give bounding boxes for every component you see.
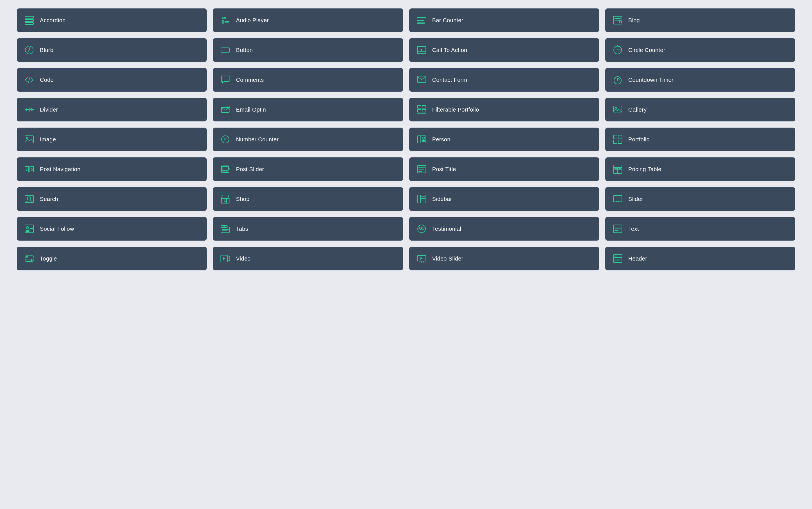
svg-rect-14 (619, 21, 622, 23)
widget-button-call-to-action[interactable]: Call To Action (409, 38, 599, 62)
widget-button-divider[interactable]: Divider (17, 98, 207, 122)
shop-icon (220, 193, 231, 205)
widget-button-blurb[interactable]: Blurb (17, 38, 207, 62)
widget-label-blog: Blog (628, 17, 640, 24)
svg-rect-35 (417, 109, 421, 112)
circle-counter-icon: 75% (612, 44, 623, 56)
widget-button-filterable-portfolio[interactable]: Filterable Portfolio (409, 98, 599, 122)
svg-point-16 (29, 47, 30, 48)
widget-button-sidebar[interactable]: Sidebar (409, 187, 599, 211)
audio-player-icon (220, 14, 231, 26)
svg-rect-40 (25, 136, 33, 143)
widget-button-bar-counter[interactable]: Bar Counter (409, 8, 599, 32)
svg-rect-81 (614, 196, 622, 202)
header-icon (612, 253, 623, 264)
widget-button-gallery[interactable]: Gallery (605, 98, 795, 122)
widget-label-divider: Divider (40, 106, 58, 113)
widget-label-toggle: Toggle (40, 256, 57, 262)
widget-label-number-counter: Number Counter (236, 136, 279, 143)
widget-button-header[interactable]: Header (605, 247, 795, 270)
widget-button-search[interactable]: Search (17, 187, 207, 211)
accordion-icon (24, 14, 35, 26)
widget-button-pricing-table[interactable]: Pricing Table (605, 158, 795, 181)
svg-point-111 (421, 261, 422, 263)
widget-button-accordion[interactable]: Accordion (17, 8, 207, 32)
svg-rect-54 (30, 166, 33, 172)
widget-label-portfolio: Portfolio (628, 136, 650, 143)
widget-label-slider: Slider (628, 196, 643, 202)
comments-icon (220, 74, 231, 86)
blog-icon (612, 14, 623, 26)
widget-label-countdown-timer: Countdown Timer (628, 77, 673, 83)
svg-rect-76 (417, 195, 426, 203)
widget-button-circle-counter[interactable]: 75%Circle Counter (605, 38, 795, 62)
widget-button-post-slider[interactable]: Post Slider (213, 158, 403, 181)
svg-rect-36 (422, 109, 426, 112)
svg-line-23 (28, 77, 30, 82)
svg-point-112 (423, 261, 424, 263)
widget-label-post-title: Post Title (432, 166, 456, 173)
widget-label-post-navigation: Post Navigation (40, 166, 81, 173)
widget-label-circle-counter: Circle Counter (628, 47, 665, 54)
widget-button-image[interactable]: Image (17, 128, 207, 151)
widget-button-shop[interactable]: Shop (213, 187, 403, 211)
widget-label-email-optin: Email Optin (236, 106, 266, 113)
svg-rect-2 (25, 23, 33, 25)
widget-label-call-to-action: Call To Action (432, 47, 467, 54)
sidebar-icon (416, 193, 427, 205)
widget-button-toggle[interactable]: Toggle (17, 247, 207, 270)
contact-form-icon (416, 74, 427, 86)
svg-rect-72 (221, 198, 229, 203)
widget-button-portfolio[interactable]: Portfolio (605, 128, 795, 151)
widget-button-slider[interactable]: Slider (605, 187, 795, 211)
svg-point-107 (31, 260, 32, 261)
svg-text:#: # (224, 138, 226, 142)
widget-label-search: Search (40, 196, 58, 202)
widget-button-email-optin[interactable]: Email Optin (213, 98, 403, 122)
widget-grid: AccordionAudio PlayerBar CounterBlogBlur… (17, 8, 795, 270)
widget-label-image: Image (40, 136, 56, 143)
widget-button-social-follow[interactable]: Social Follow (17, 217, 207, 241)
widget-button-button[interactable]: Button (213, 38, 403, 62)
number-counter-icon: # (220, 134, 231, 145)
widget-label-bar-counter: Bar Counter (432, 17, 464, 24)
widget-button-tabs[interactable]: Tabs (213, 217, 403, 241)
widget-button-code[interactable]: Code (17, 68, 207, 92)
widget-button-testimonial[interactable]: Testimonial (409, 217, 599, 241)
widget-button-audio-player[interactable]: Audio Player (213, 8, 403, 32)
slider-icon (612, 193, 623, 205)
svg-rect-17 (221, 48, 229, 52)
widget-label-comments: Comments (236, 77, 264, 83)
svg-rect-56 (222, 166, 228, 170)
widget-button-video-slider[interactable]: Video Slider (409, 247, 599, 270)
widget-button-comments[interactable]: Comments (213, 68, 403, 92)
widget-label-text: Text (628, 226, 639, 232)
widget-label-testimonial: Testimonial (432, 226, 461, 232)
widget-button-text[interactable]: Text (605, 217, 795, 241)
widget-button-person[interactable]: Person (409, 128, 599, 151)
person-icon (416, 134, 427, 145)
widget-label-shop: Shop (236, 196, 249, 202)
widget-button-blog[interactable]: Blog (605, 8, 795, 32)
widget-button-video[interactable]: Video (213, 247, 403, 270)
widget-label-accordion: Accordion (40, 17, 66, 24)
widget-label-person: Person (432, 136, 450, 143)
widget-button-number-counter[interactable]: #Number Counter (213, 128, 403, 151)
svg-rect-50 (618, 135, 622, 139)
button-icon (220, 44, 231, 56)
widget-label-gallery: Gallery (628, 106, 647, 113)
toggle-icon (24, 253, 35, 264)
post-navigation-icon (24, 164, 35, 175)
video-slider-icon (416, 253, 427, 264)
widget-label-header: Header (628, 256, 647, 262)
widget-button-post-title[interactable]: Post Title (409, 158, 599, 181)
post-title-icon (416, 164, 427, 175)
widget-label-code: Code (40, 77, 53, 83)
svg-rect-55 (222, 166, 229, 173)
widget-button-contact-form[interactable]: Contact Form (409, 68, 599, 92)
pricing-table-icon (612, 164, 623, 175)
widget-button-countdown-timer[interactable]: Countdown Timer (605, 68, 795, 92)
post-slider-icon (220, 164, 231, 175)
social-follow-icon (24, 223, 35, 234)
widget-button-post-navigation[interactable]: Post Navigation (17, 158, 207, 181)
